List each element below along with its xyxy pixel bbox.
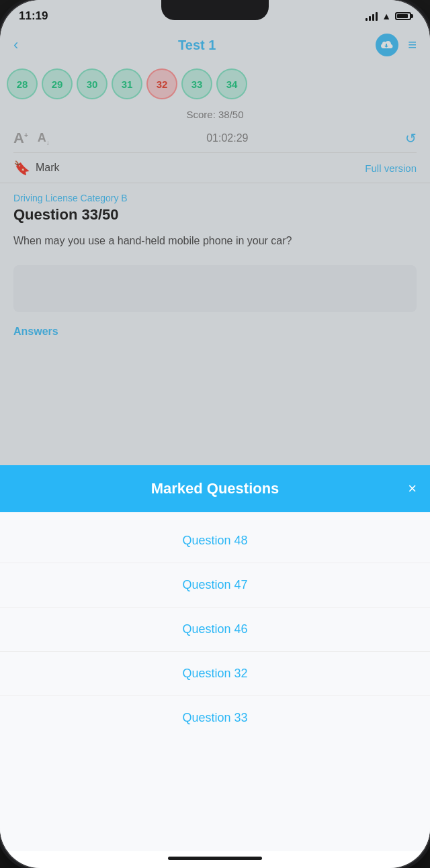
home-indicator xyxy=(168,857,262,860)
screen: 11:19 ▲ ‹ Test 1 xyxy=(0,0,430,868)
modal-body: Question 48 Question 47 Question 46 Ques… xyxy=(0,512,430,851)
modal-close-button[interactable]: × xyxy=(408,480,417,497)
marked-question-33[interactable]: Question 33 xyxy=(0,696,430,740)
modal-header: Marked Questions × xyxy=(0,465,430,512)
marked-question-32[interactable]: Question 32 xyxy=(0,652,430,696)
phone-frame: 11:19 ▲ ‹ Test 1 xyxy=(0,0,430,868)
marked-question-47[interactable]: Question 47 xyxy=(0,563,430,608)
marked-questions-modal: Marked Questions × Question 48 Question … xyxy=(0,465,430,868)
marked-question-46[interactable]: Question 46 xyxy=(0,608,430,652)
marked-question-48[interactable]: Question 48 xyxy=(0,519,430,563)
notch xyxy=(161,0,269,20)
modal-title: Marked Questions xyxy=(151,480,280,497)
modal-overlay: Marked Questions × Question 48 Question … xyxy=(0,0,430,868)
